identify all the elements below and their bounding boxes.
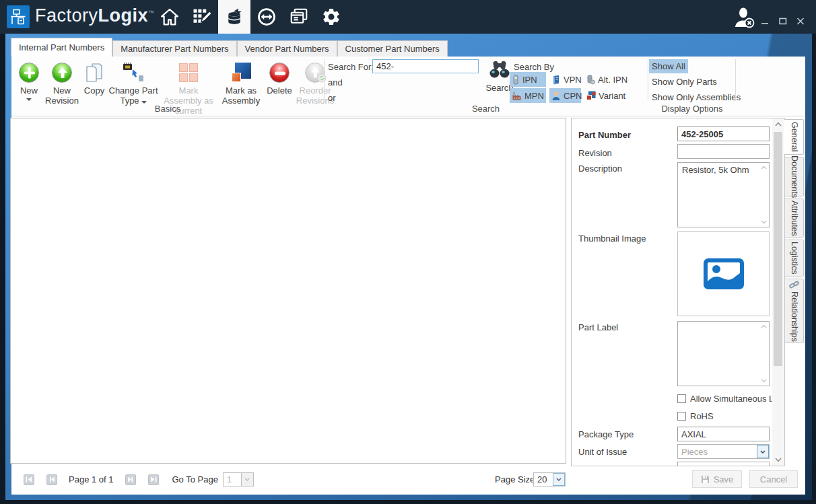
button-label: Copy <box>84 86 104 96</box>
allow-simultaneous-checkbox[interactable] <box>677 394 686 403</box>
part-number-input[interactable] <box>677 127 770 141</box>
panel-scrollbar[interactable] <box>772 118 784 466</box>
change-part-type-chip-icon <box>122 61 145 85</box>
unit-of-issue-select[interactable]: Pieces <box>677 444 770 459</box>
scroll-up-icon[interactable] <box>761 324 767 328</box>
scroll-down-icon[interactable] <box>761 379 767 383</box>
chain-link-icon <box>789 280 799 289</box>
thumbnail-image-box[interactable] <box>677 231 770 316</box>
goto-page-value: 1 <box>224 473 241 486</box>
nav-parts-database-button[interactable] <box>218 0 250 34</box>
side-tab-attributes[interactable]: Attributes <box>785 199 804 238</box>
clipped-bottom-input[interactable] <box>677 462 770 466</box>
tab-label: Manufacturer Part Numbers <box>121 44 228 54</box>
pagination-controls: Page 1 of 1 Go To Page 1 <box>24 472 254 487</box>
tab-manufacturer-part-numbers[interactable]: Manufacturer Part Numbers <box>112 40 236 57</box>
search-for-label: Search For: <box>328 62 374 72</box>
search-by-toggles: IPN VPN Alt. IPN MPN CPN <box>510 72 633 103</box>
option-label: Show Only Parts <box>652 77 717 87</box>
rohs-checkbox-row: RoHS <box>677 411 772 421</box>
nav-documents-button[interactable] <box>283 0 315 34</box>
goto-page-label: Go To Page <box>172 474 218 484</box>
goto-page-select[interactable]: 1 <box>223 472 254 487</box>
description-value: Resistor, 5k Ohm <box>682 165 749 175</box>
titlebar: FactoryLogix™ <box>0 0 816 34</box>
scrollbar-up-icon[interactable] <box>775 122 782 127</box>
side-tab-label: Documents <box>790 155 799 198</box>
package-type-label: Package Type <box>578 429 634 439</box>
search-and-label: and <box>328 77 343 87</box>
rohs-checkbox[interactable] <box>677 412 686 421</box>
results-list-area[interactable] <box>10 118 566 464</box>
parts-database-icon <box>224 7 244 27</box>
side-tab-documents[interactable]: Documents <box>785 157 804 196</box>
pagination-bar: Page 1 of 1 Go To Page 1 Page Size 20 <box>11 464 568 495</box>
nav-home-button[interactable] <box>154 0 186 34</box>
brand-wordmark: FactoryLogix™ <box>35 5 155 26</box>
group-label-search: Search <box>324 104 648 114</box>
side-tab-label: Logistics <box>790 242 799 275</box>
option-show-only-assemblies[interactable]: Show Only Assemblies <box>649 90 743 104</box>
toggle-cpn[interactable]: CPN <box>549 88 581 103</box>
side-tab-logistics[interactable]: Logistics <box>785 240 804 277</box>
toggle-mpn[interactable]: MPN <box>510 88 546 103</box>
scroll-up-icon[interactable] <box>761 166 767 170</box>
page-size-select[interactable]: 20 <box>533 472 566 487</box>
side-tab-label: Relationships <box>790 291 799 342</box>
tab-label: Vendor Part Numbers <box>245 44 329 54</box>
revision-input[interactable] <box>677 144 770 159</box>
settings-gear-icon <box>321 7 341 27</box>
scrollbar-thumb[interactable] <box>774 132 782 366</box>
nav-transfer-button[interactable] <box>250 0 283 34</box>
part-label-label: Part Label <box>578 322 618 332</box>
mpn-factory-icon <box>512 91 522 101</box>
first-page-button[interactable] <box>24 474 34 485</box>
toggle-alt-ipn[interactable]: Alt. IPN <box>584 72 633 87</box>
app-logo <box>7 5 30 28</box>
delete-orb-icon <box>269 61 290 85</box>
tab-customer-part-numbers[interactable]: Customer Part Numbers <box>337 40 448 57</box>
last-page-button[interactable] <box>148 474 159 485</box>
scrollbar-down-icon[interactable] <box>775 458 782 462</box>
cancel-button[interactable]: Cancel <box>749 470 798 488</box>
ipn-chip-icon <box>512 75 520 85</box>
toggle-vpn[interactable]: VPN <box>549 72 581 87</box>
chevron-down-icon <box>553 473 565 486</box>
tab-vendor-part-numbers[interactable]: Vendor Part Numbers <box>237 40 337 57</box>
user-logout-button[interactable] <box>733 7 755 28</box>
cpn-person-icon <box>551 91 561 101</box>
factorylogix-window: { "colors": { "titlebar_bg": "#1B2B3A", … <box>0 0 816 504</box>
new-revision-orb-icon <box>52 61 72 85</box>
package-type-input[interactable] <box>677 427 770 441</box>
unit-of-issue-label: Unit of Issue <box>578 447 627 457</box>
toggle-label: Alt. IPN <box>598 75 627 85</box>
side-tab-relationships[interactable]: Relationships <box>785 279 804 343</box>
save-button-label: Save <box>714 474 734 484</box>
toolbar-separator <box>735 59 736 101</box>
nav-planning-button[interactable] <box>186 0 218 34</box>
binoculars-search-icon <box>488 59 511 81</box>
part-label-textarea[interactable] <box>677 321 770 386</box>
toggle-variant[interactable]: Variant <box>584 88 633 103</box>
maximize-button[interactable] <box>778 17 787 25</box>
description-textarea[interactable]: Resistor, 5k Ohm <box>677 162 770 227</box>
side-tab-general[interactable]: General <box>784 119 804 155</box>
minimize-button[interactable] <box>761 17 770 25</box>
toolbar-group-search: Search For: and or Search <box>324 57 648 116</box>
copy-pages-icon <box>85 61 104 85</box>
scroll-down-icon[interactable] <box>761 220 767 224</box>
save-button[interactable]: Save <box>692 470 742 488</box>
search-input[interactable] <box>372 59 479 73</box>
tab-label: Customer Part Numbers <box>345 44 440 54</box>
transfer-arrows-icon <box>257 7 277 27</box>
toggle-label: Variant <box>599 91 625 101</box>
next-page-button[interactable] <box>125 474 136 485</box>
part-detail-panel: Part Number Revision Description Resisto… <box>571 118 785 466</box>
nav-settings-button[interactable] <box>315 0 347 34</box>
tab-internal-part-numbers[interactable]: Internal Part Numbers <box>11 38 112 57</box>
close-button[interactable] <box>796 17 805 25</box>
previous-page-button[interactable] <box>46 474 57 485</box>
option-show-all[interactable]: Show All <box>649 59 688 73</box>
option-show-only-parts[interactable]: Show Only Parts <box>649 75 720 89</box>
toggle-ipn[interactable]: IPN <box>510 72 546 87</box>
